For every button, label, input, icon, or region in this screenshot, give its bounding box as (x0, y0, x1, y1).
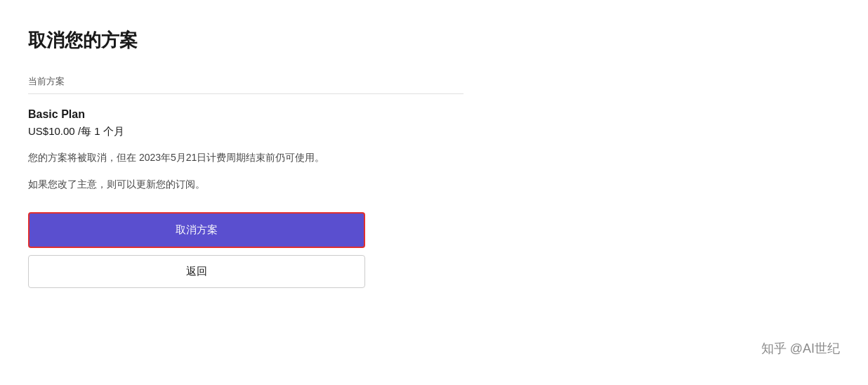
plan-name: Basic Plan (28, 108, 463, 121)
page-title: 取消您的方案 (28, 28, 463, 53)
plan-reactivate-notice: 如果您改了主意，则可以更新您的订阅。 (28, 176, 463, 192)
page-container: 取消您的方案 当前方案 Basic Plan US$10.00 /每 1 个月 … (0, 0, 492, 316)
watermark: 知乎 @AI世纪 (761, 340, 840, 357)
back-button[interactable]: 返回 (28, 255, 365, 288)
plan-cancel-notice: 您的方案将被取消，但在 2023年5月21日计费周期结束前仍可使用。 (28, 150, 463, 165)
cancel-plan-button[interactable]: 取消方案 (28, 212, 365, 248)
section-label: 当前方案 (28, 75, 463, 88)
divider (28, 93, 463, 94)
plan-price: US$10.00 /每 1 个月 (28, 125, 463, 138)
